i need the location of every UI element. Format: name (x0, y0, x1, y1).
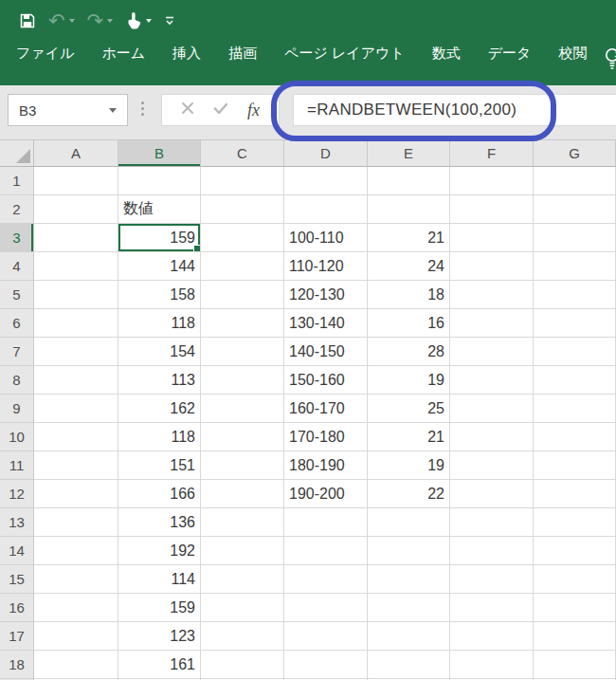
cell-F5[interactable] (450, 281, 534, 309)
cell-D1[interactable] (284, 167, 368, 195)
cell-F7[interactable] (450, 338, 534, 366)
cell-A4[interactable] (34, 252, 118, 281)
cell-C10[interactable] (201, 423, 284, 451)
cell-E2[interactable] (368, 195, 450, 224)
cell-D9[interactable]: 160-170 (284, 395, 368, 423)
cell-D6[interactable]: 130-140 (284, 309, 368, 338)
cell-B9[interactable]: 162 (118, 395, 201, 423)
cell-A8[interactable] (34, 366, 118, 395)
column-header-A[interactable]: A (34, 140, 118, 167)
cell-C12[interactable] (201, 480, 284, 508)
lightbulb-icon[interactable] (601, 46, 616, 75)
cell-C15[interactable] (201, 565, 284, 594)
cell-B4[interactable]: 144 (118, 252, 201, 281)
cell-A12[interactable] (34, 480, 118, 508)
cell-F4[interactable] (450, 252, 534, 281)
cell-C11[interactable] (201, 451, 284, 480)
cell-A6[interactable] (34, 309, 118, 338)
cell-G9[interactable] (534, 395, 616, 423)
select-all-button[interactable] (0, 140, 34, 167)
cell-B13[interactable]: 136 (118, 508, 201, 537)
cell-C9[interactable] (201, 395, 284, 423)
row-header-13[interactable]: 13 (0, 508, 34, 537)
cell-E1[interactable] (368, 167, 450, 195)
cell-G12[interactable] (534, 480, 616, 508)
cell-G5[interactable] (534, 281, 616, 309)
cell-A14[interactable] (34, 537, 118, 565)
cell-D18[interactable] (284, 651, 368, 679)
cell-E10[interactable]: 21 (368, 423, 450, 451)
cell-E9[interactable]: 25 (368, 395, 450, 423)
cell-G15[interactable] (534, 565, 616, 594)
row-header-10[interactable]: 10 (0, 423, 34, 451)
cell-F14[interactable] (450, 537, 534, 565)
cell-C5[interactable] (201, 281, 284, 309)
name-box[interactable]: B3 (8, 94, 128, 126)
cell-A2[interactable] (34, 195, 118, 224)
cell-B6[interactable]: 118 (118, 309, 201, 338)
row-header-3[interactable]: 3 (0, 224, 34, 252)
column-header-D[interactable]: D (284, 140, 368, 167)
redo-dropdown-icon[interactable] (107, 19, 113, 23)
cell-D2[interactable] (284, 195, 368, 224)
cell-E11[interactable]: 19 (368, 451, 450, 480)
cell-G18[interactable] (534, 651, 616, 679)
cell-G16[interactable] (534, 594, 616, 622)
row-header-9[interactable]: 9 (0, 395, 34, 423)
drag-handle-dots-icon[interactable] (141, 101, 144, 116)
save-icon[interactable] (19, 12, 36, 29)
cell-C6[interactable] (201, 309, 284, 338)
cell-C3[interactable] (201, 224, 284, 252)
row-header-12[interactable]: 12 (0, 480, 34, 508)
undo-icon[interactable]: ↶ (48, 11, 65, 30)
cell-A1[interactable] (34, 167, 118, 195)
cell-E8[interactable]: 19 (368, 366, 450, 395)
cell-B5[interactable]: 158 (118, 281, 201, 309)
row-header-11[interactable]: 11 (0, 451, 34, 480)
cell-D7[interactable]: 140-150 (284, 338, 368, 366)
cell-B17[interactable]: 123 (118, 622, 201, 651)
column-header-C[interactable]: C (201, 140, 284, 167)
ribbon-tab-7[interactable]: データ (488, 45, 532, 63)
cell-E18[interactable] (368, 651, 450, 679)
cell-B16[interactable]: 159 (118, 594, 201, 622)
cell-G17[interactable] (534, 622, 616, 651)
cell-E13[interactable] (368, 508, 450, 537)
ribbon-tab-4[interactable]: 描画 (228, 45, 257, 63)
cell-C7[interactable] (201, 338, 284, 366)
cell-F10[interactable] (450, 423, 534, 451)
cell-B1[interactable] (118, 167, 201, 195)
cell-D15[interactable] (284, 565, 368, 594)
cell-C1[interactable] (201, 167, 284, 195)
undo-dropdown-icon[interactable] (69, 19, 75, 23)
cell-A15[interactable] (34, 565, 118, 594)
cell-B8[interactable]: 113 (118, 366, 201, 395)
enter-check-icon[interactable] (213, 101, 228, 119)
row-header-4[interactable]: 4 (0, 252, 34, 281)
cell-A10[interactable] (34, 423, 118, 451)
ribbon-tab-6[interactable]: 数式 (432, 45, 461, 63)
cell-E6[interactable]: 16 (368, 309, 450, 338)
cell-D10[interactable]: 170-180 (284, 423, 368, 451)
customize-quick-access-icon[interactable] (164, 16, 175, 27)
cell-G14[interactable] (534, 537, 616, 565)
column-header-G[interactable]: G (534, 140, 616, 167)
row-header-15[interactable]: 15 (0, 565, 34, 594)
cancel-icon[interactable] (181, 101, 194, 119)
cell-C2[interactable] (201, 195, 284, 224)
ribbon-tab-1[interactable]: ファイル (16, 45, 74, 63)
cell-E5[interactable]: 18 (368, 281, 450, 309)
row-header-17[interactable]: 17 (0, 622, 34, 651)
row-header-5[interactable]: 5 (0, 281, 34, 309)
cell-E3[interactable]: 21 (368, 224, 450, 252)
row-header-2[interactable]: 2 (0, 195, 34, 224)
cell-B14[interactable]: 192 (118, 537, 201, 565)
cell-C8[interactable] (201, 366, 284, 395)
insert-function-icon[interactable]: fx (247, 101, 260, 120)
cell-F11[interactable] (450, 451, 534, 480)
cell-G3[interactable] (534, 224, 616, 252)
cell-B18[interactable]: 161 (118, 651, 201, 679)
cell-D14[interactable] (284, 537, 368, 565)
cell-F8[interactable] (450, 366, 534, 395)
cell-F9[interactable] (450, 395, 534, 423)
